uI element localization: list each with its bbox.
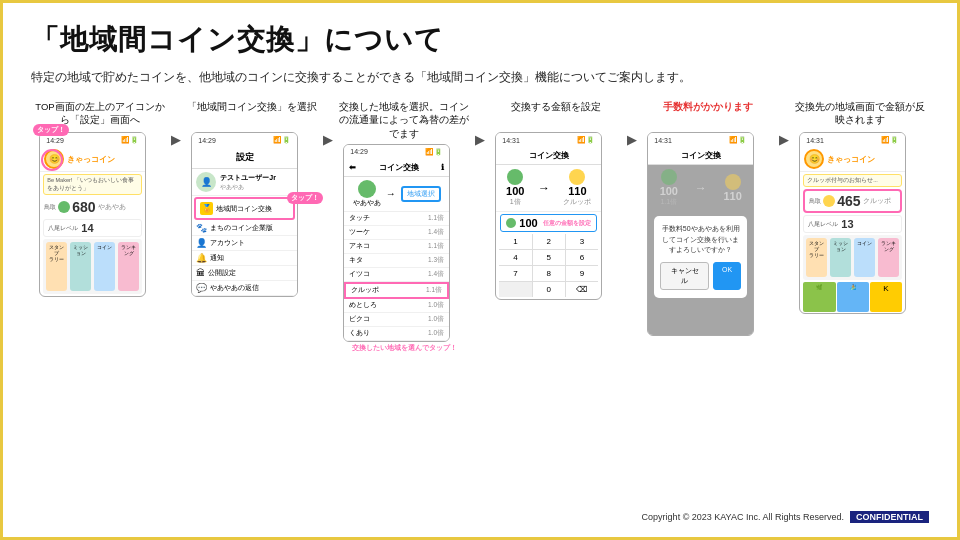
step4-tap-note: 任意の金額を設定: [543, 219, 591, 228]
screen1-banner: Be Maker! 「いつもおいしい食事をありがとう」: [43, 174, 142, 195]
list-item-7: めとしろ 1.0倍: [344, 299, 449, 313]
screen5-title: コイン交換: [648, 147, 753, 165]
screen2-title: 設定: [192, 147, 297, 169]
cancel-button[interactable]: キャンセル: [660, 262, 709, 290]
arrow4: ▶: [625, 100, 639, 147]
arrow3: ▶: [473, 100, 487, 147]
screen1-coinrow: 鳥取 680 やあやあ: [40, 197, 145, 217]
screen3-mockup: 14:29 📶🔋 ⬅ コイン交換 ℹ やあやあ → 地: [343, 144, 450, 342]
step3-tap-label: 交換したい地域を選んでタップ！: [343, 344, 464, 353]
screen4-statusbar: 14:31 📶🔋: [496, 133, 601, 147]
list-item-9: くあり 1.0倍: [344, 327, 449, 341]
main-container: 「地域間コイン交換」について 特定の地域で貯めたコインを、他地域のコインに交換す…: [3, 3, 957, 537]
step1: TOP画面の左上のアイコンから「設定」画面へ タップ！ 14:29 📶🔋 😊 き…: [31, 100, 169, 297]
settings-item-3: 👤 アカウント: [192, 236, 297, 251]
tap1-bubble: タップ！: [33, 124, 69, 136]
tap2-bubble: タップ！: [287, 192, 323, 204]
list-item-2: ツーケ 1.4倍: [344, 226, 449, 240]
screen2-statusbar: 14:29 📶🔋: [192, 133, 297, 147]
list-item-1: タッチ 1.1倍: [344, 212, 449, 226]
step2: 「地域間コイン交換」を選択 14:29 📶🔋 設定 👤 テストユーザーJr やあ…: [183, 100, 321, 297]
settings-item-5: 🏛 公開設定: [192, 266, 297, 281]
user-sub: やあやあ: [220, 183, 276, 192]
exchange-list: タッチ 1.1倍 ツーケ 1.4倍 アネコ 1.1倍 キタ: [344, 212, 449, 341]
screen1-rankbox: 八尾レベル 14: [43, 219, 142, 237]
confidential-badge: CONFIDENTIAL: [850, 511, 929, 523]
screen5-mockup: 14:31 📶🔋 コイン交換 100 1.1倍: [647, 132, 754, 336]
screen6-mockup: 14:31 📶🔋 😊 きゃっコイン クルッポ付与のお知らせ... 鳥取 465: [799, 132, 906, 314]
screen6-coin-highlight: 鳥取 465 クルッポ: [803, 189, 902, 213]
screen6-rankbox: 八尾レベル 13: [803, 215, 902, 233]
list-item-6-highlight: クルッポ 1.1倍: [344, 282, 449, 299]
arrow1: ▶: [169, 100, 183, 147]
screen1-actions: スタンプラリー ミッション コイン ランキング: [43, 239, 142, 294]
user-avatar: 👤: [196, 172, 216, 192]
step4-label: 交換する金額を設定: [511, 100, 601, 128]
arrow2: ▶: [321, 100, 335, 147]
screen3-statusbar: 14:29 📶🔋: [344, 145, 449, 159]
input-display: 100 任意の金額を設定: [500, 214, 597, 232]
screen1-coins: 680: [72, 199, 95, 215]
step4: 交換する金額を設定 14:31 📶🔋 コイン交換 100 1倍 →: [487, 100, 625, 300]
step5: 手数料がかかります 14:31 📶🔋 コイン交換 100: [639, 100, 777, 336]
user-name: テストユーザーJr: [220, 173, 276, 183]
list-item-3: アネコ 1.1倍: [344, 240, 449, 254]
screen4-title: コイン交換: [496, 147, 601, 165]
settings-highlight: 🏅 地域間コイン交換: [194, 197, 295, 220]
screen2-mockup: 14:29 📶🔋 設定 👤 テストユーザーJr やあやあ: [191, 132, 298, 297]
list-item-4: キタ 1.3倍: [344, 254, 449, 268]
screen4-mockup: 14:31 📶🔋 コイン交換 100 1倍 → 110: [495, 132, 602, 300]
step3: 交換した地域を選択。コインの流通量によって為替の差がでます 14:29 📶🔋 ⬅…: [335, 100, 473, 353]
copyright-text: Copyright © 2023 KAYAC Inc. All Rights R…: [642, 512, 844, 522]
steps-row: TOP画面の左上のアイコンから「設定」画面へ タップ！ 14:29 📶🔋 😊 き…: [31, 100, 929, 505]
settings-item-exchange: 🏅 地域間コイン交換: [196, 199, 293, 218]
dialog-text: 手数料50やあやあを利用してコイン交換を行いますよろしいですか？: [660, 224, 741, 256]
step3-label: 交換した地域を選択。コインの流通量によって為替の差がでます: [335, 100, 473, 140]
screen6-appname: きゃっコイン: [827, 154, 875, 165]
page-title: 「地域間コイン交換」について: [31, 21, 929, 59]
from-to-display: 100 1倍 → 110 クルッポ: [496, 165, 601, 212]
screen6-header: 😊 きゃっコイン: [800, 147, 905, 172]
screen3-header: ⬅ コイン交換 ℹ: [344, 159, 449, 177]
subtitle: 特定の地域で貯めたコインを、他地域のコインに交換することができる「地域間コイン交…: [31, 69, 929, 86]
screen1-time: 14:29: [46, 137, 64, 144]
screen2-time: 14:29: [198, 137, 216, 144]
settings-item-6: 💬 やあやあの返信: [192, 281, 297, 296]
step6: 交換先の地域画面で金額が反映されます 14:31 📶🔋 😊 きゃっコイン クルッ…: [791, 100, 929, 314]
list-item-8: ビクコ 1.0倍: [344, 313, 449, 327]
step5-label: 手数料がかかります: [663, 100, 753, 128]
numpad: 1 2 3 4 5 6 7 8 9 0 ⌫: [499, 234, 598, 297]
page-footer: Copyright © 2023 KAYAC Inc. All Rights R…: [31, 505, 929, 523]
screen1-mockup: 14:29 📶🔋 😊 きゃっコイン Be Maker! 「いつもおいしい食事をあ…: [39, 132, 146, 297]
step6-label: 交換先の地域画面で金額が反映されます: [791, 100, 929, 128]
screen1-appname: きゃっコイン: [67, 154, 115, 165]
screen6-actions: スタンプラリー ミッション コイン ランキング: [803, 235, 902, 280]
step2-label: 「地域間コイン交換」を選択: [187, 100, 317, 128]
coin-circle: [58, 201, 70, 213]
dialog-box: 手数料50やあやあを利用してコイン交換を行いますよろしいですか？ キャンセル O…: [654, 216, 747, 298]
ok-button[interactable]: OK: [713, 262, 741, 290]
from-to-header: やあやあ → 地域選択: [344, 177, 449, 212]
arrow5: ▶: [777, 100, 791, 147]
list-item-5: イツコ 1.4倍: [344, 268, 449, 282]
settings-item-2: 🐾 まちのコイン企業版: [192, 221, 297, 236]
settings-item-4: 🔔 通知: [192, 251, 297, 266]
screen1-coin-label: やあやあ: [98, 202, 126, 212]
screen5-statusbar: 14:31 📶🔋: [648, 133, 753, 147]
dialog-buttons: キャンセル OK: [660, 262, 741, 290]
screen6-statusbar: 14:31 📶🔋: [800, 133, 905, 147]
user-row: 👤 テストユーザーJr やあやあ: [192, 169, 297, 196]
screen5-overlay: 100 1.1倍 → 110 手数料50やあやあを利用してコイン交換を行います: [648, 165, 753, 335]
